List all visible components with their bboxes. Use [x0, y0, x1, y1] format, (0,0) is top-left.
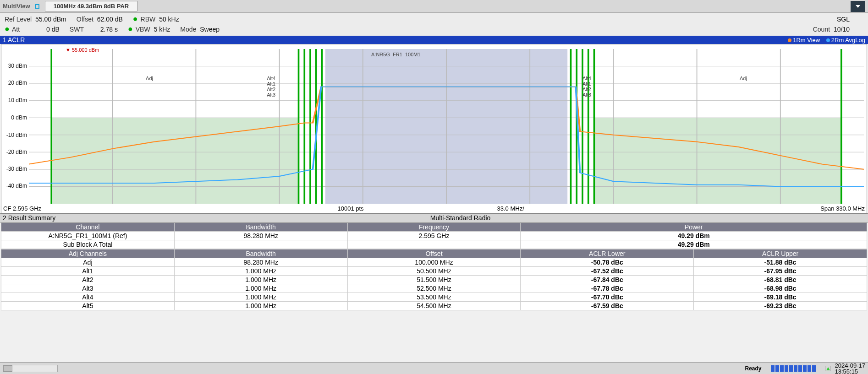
table-cell: 1.000 MHz: [174, 276, 347, 284]
table-row: Alt11.000 MHz50.500 MHz-67.52 dBc-67.95 …: [1, 267, 867, 276]
res-label: 33.0 MHz/: [497, 205, 524, 212]
count-label: Count: [813, 26, 830, 33]
parameter-panel: Ref Level 55.00 dBm Offset 62.00 dB ● RB…: [0, 13, 868, 36]
table-cell: Alt3: [1, 284, 175, 293]
rbw-value: 50 kHz: [159, 16, 179, 23]
table-row: Sub Block A Total49.29 dBm: [1, 240, 867, 249]
table-cell: -69.23 dBc: [694, 302, 867, 310]
col-header: ACLR Upper: [694, 249, 867, 258]
plot-canvas: ▼ 55.000 dBm A:NR5G_FR1_100M1 Adj Adj Al…: [29, 49, 864, 204]
att-label: Att: [12, 26, 20, 33]
result-subtitle: Multi-Standard Radio: [55, 214, 865, 222]
progress-indicator: [771, 365, 816, 372]
col-header: Power: [521, 223, 867, 232]
table-cell: 1.000 MHz: [174, 284, 347, 293]
table-cell: 100.000 MHz: [347, 258, 521, 267]
trace1-dot-icon: [788, 38, 791, 42]
datetime: 2024-09-17 13:55:15: [835, 363, 866, 374]
result-summary-bar: 2 Result Summary Multi-Standard Radio: [0, 213, 868, 222]
chart-title-bar: 1 ACLR 1Rm View 2Rm AvgLog: [0, 36, 868, 44]
title-bar: MultiView 100MHz 49.3dBm 8dB PAR: [0, 0, 868, 13]
col-header: ACLR Lower: [521, 249, 694, 258]
table-cell: Sub Block A Total: [1, 240, 175, 249]
multiview-icon: [35, 4, 39, 9]
y-tick: 20 dBm: [8, 80, 27, 86]
col-header: Bandwidth: [174, 223, 347, 232]
col-header: Bandwidth: [174, 249, 347, 258]
rbw-label: RBW: [141, 16, 156, 23]
table-cell: A:NR5G_FR1_100M1 (Ref): [1, 232, 175, 240]
y-tick: 0 dBm: [11, 114, 27, 121]
table-cell: Alt5: [1, 302, 175, 310]
result-title: 2 Result Summary: [3, 214, 55, 222]
aclr-table: Adj ChannelsBandwidthOffsetACLR LowerACL…: [1, 249, 867, 310]
results-table: ChannelBandwidthFrequencyPower A:NR5G_FR…: [1, 222, 867, 310]
status-dot-icon: ●: [133, 14, 138, 23]
table-cell: 49.29 dBm: [521, 232, 867, 240]
swt-value: 2.78 s: [100, 26, 118, 33]
spectrum-chart[interactable]: 30 dBm 20 dBm 10 dBm 0 dBm -10 dBm -20 d…: [1, 44, 867, 213]
status-dot-icon: ●: [5, 24, 10, 33]
status-dot-icon: ●: [128, 24, 133, 33]
ready-indicator: Ready: [745, 365, 761, 372]
col-header: Frequency: [347, 223, 521, 232]
alt-labels-right: Alt4Alt1Alt2Alt3: [582, 76, 591, 98]
att-value: 0 dB: [46, 26, 60, 33]
time-value: 13:55:15: [835, 369, 866, 374]
ref-level-label: Ref Level: [5, 16, 32, 23]
alt-labels-left: Alt4Alt1Alt2Alt3: [267, 76, 275, 98]
trace2-label: 2Rm AvgLog: [831, 37, 865, 43]
table-cell: 98.280 MHz: [174, 232, 347, 240]
y-tick: -30 dBm: [6, 166, 27, 172]
table-cell: [347, 240, 521, 249]
table-row: Alt51.000 MHz54.500 MHz-67.59 dBc-69.23 …: [1, 302, 867, 310]
tab-main[interactable]: 100MHz 49.3dBm 8dB PAR: [45, 1, 137, 11]
span-label: Span 330.0 MHz: [820, 205, 865, 212]
adj-left-label: Adj: [146, 76, 153, 81]
chevron-down-icon: [856, 5, 860, 8]
table-cell: 52.500 MHz: [347, 284, 521, 293]
table-cell: 1.000 MHz: [174, 302, 347, 310]
status-triangle-icon: [825, 366, 830, 371]
pts-label: 10001 pts: [338, 205, 364, 212]
table-cell: Alt2: [1, 276, 175, 284]
status-bar: Ready 2024-09-17 13:55:15: [0, 362, 868, 374]
table-cell: 53.500 MHz: [347, 293, 521, 302]
table-cell: 1.000 MHz: [174, 293, 347, 302]
menu-dropdown-button[interactable]: [851, 1, 865, 12]
channel-table: ChannelBandwidthFrequencyPower A:NR5G_FR…: [1, 222, 867, 249]
count-value: 10/10: [834, 26, 850, 33]
offset-label: Offset: [77, 16, 93, 23]
ref-level-value: 55.00 dBm: [35, 16, 66, 23]
table-row: A:NR5G_FR1_100M1 (Ref)98.280 MHz2.595 GH…: [1, 232, 867, 240]
date-value: 2024-09-17: [835, 363, 866, 369]
table-cell: 98.280 MHz: [174, 258, 347, 267]
app-title: MultiView: [3, 3, 30, 10]
table-cell: -67.52 dBc: [521, 267, 694, 276]
table-cell: Alt4: [1, 293, 175, 302]
trace-legend: 1Rm View 2Rm AvgLog: [783, 37, 865, 43]
table-row: Alt21.000 MHz51.500 MHz-67.84 dBc-68.81 …: [1, 276, 867, 284]
table-row: Adj98.280 MHz100.000 MHz-50.78 dBc-51.88…: [1, 258, 867, 267]
svg-rect-0: [51, 118, 298, 204]
table-cell: -67.59 dBc: [521, 302, 694, 310]
sgl-indicator: SGL: [837, 16, 850, 23]
offset-value: 62.00 dB: [97, 16, 123, 23]
table-row: Alt41.000 MHz53.500 MHz-67.70 dBc-69.18 …: [1, 293, 867, 302]
y-tick: 10 dBm: [8, 97, 27, 103]
table-cell: 51.500 MHz: [347, 276, 521, 284]
table-cell: 2.595 GHz: [347, 232, 521, 240]
horizontal-scrollbar[interactable]: [3, 365, 58, 372]
table-cell: 49.29 dBm: [521, 240, 867, 249]
trace2-dot-icon: [826, 38, 830, 42]
col-header: Adj Channels: [1, 249, 175, 258]
y-tick: -40 dBm: [6, 183, 27, 189]
mode-value: Sweep: [200, 26, 220, 33]
chart-title: 1 ACLR: [3, 36, 25, 43]
channel-band-label: A:NR5G_FR1_100M1: [371, 52, 421, 57]
trace1-label: 1Rm View: [793, 37, 820, 43]
table-cell: -67.70 dBc: [521, 293, 694, 302]
ref-marker: ▼ 55.000 dBm: [66, 47, 99, 53]
table-cell: [174, 240, 347, 249]
table-cell: Adj: [1, 258, 175, 267]
